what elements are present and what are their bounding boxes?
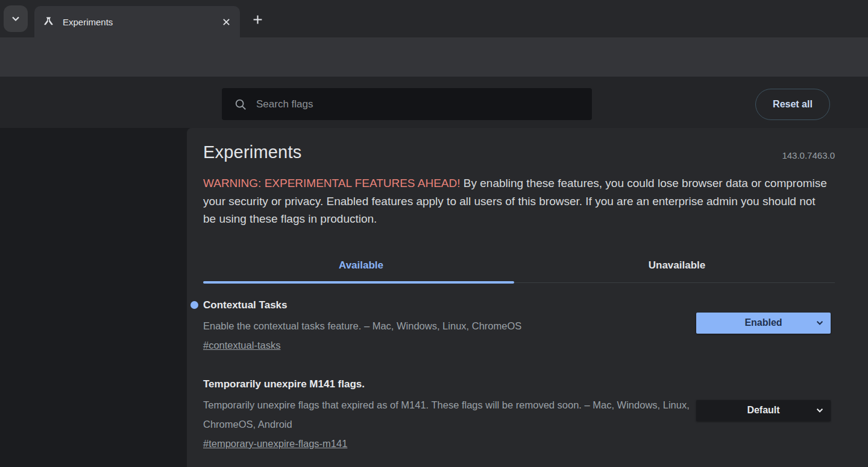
page-title: Experiments <box>203 142 301 162</box>
flag-value-select[interactable]: Default <box>696 400 831 421</box>
flag-value-label: Default <box>696 405 831 416</box>
flag-permalink[interactable]: #temporary-unexpire-flags-m141 <box>203 434 347 453</box>
tab-available[interactable]: Available <box>203 252 519 282</box>
flags-search-box[interactable] <box>222 88 592 120</box>
flask-icon <box>43 16 54 28</box>
version-label: 143.0.7463.0 <box>782 150 835 162</box>
flags-page-header: Reset all <box>0 77 868 128</box>
flag-modified-dot <box>190 301 198 309</box>
flag-row-temporary-unexpire-m141: Temporarily unexpire M141 flags. Tempora… <box>203 378 835 453</box>
flag-description: Enable the contextual tasks feature. – M… <box>203 316 691 335</box>
flags-tabs: Available Unavailable <box>203 252 835 283</box>
toolbar: Chrome chrome://flags <box>0 37 868 77</box>
close-tab-button[interactable] <box>218 14 234 30</box>
flag-row-contextual-tasks: Contextual Tasks Enable the contextual t… <box>203 299 835 355</box>
new-tab-button[interactable] <box>248 10 266 28</box>
browser-tab[interactable]: Experiments <box>34 6 240 37</box>
title-row: Experiments 143.0.7463.0 <box>203 142 835 162</box>
tab-search-button[interactable] <box>4 5 28 32</box>
flag-value-label: Enabled <box>696 317 831 328</box>
flag-name: Contextual Tasks <box>203 299 835 312</box>
search-icon <box>234 98 247 111</box>
reset-all-button[interactable]: Reset all <box>755 89 830 120</box>
chevron-down-icon <box>816 319 824 327</box>
tab-title: Experiments <box>63 17 218 27</box>
flag-value-select[interactable]: Enabled <box>696 313 831 334</box>
flag-description: Temporarily unexpire flags that expired … <box>203 395 691 434</box>
selected-tab-indicator <box>203 281 514 284</box>
flag-name: Temporarily unexpire M141 flags. <box>203 378 835 391</box>
close-icon <box>222 18 230 26</box>
flag-permalink[interactable]: #contextual-tasks <box>203 335 280 355</box>
tab-unavailable[interactable]: Unavailable <box>519 252 835 282</box>
chevron-down-icon <box>11 14 20 24</box>
tab-strip: Experiments <box>0 0 868 37</box>
flags-search-input[interactable] <box>256 98 583 110</box>
warning-text: WARNING: EXPERIMENTAL FEATURES AHEAD! By… <box>203 174 827 228</box>
warning-highlight: WARNING: EXPERIMENTAL FEATURES AHEAD! <box>203 177 461 189</box>
flags-content-panel: Experiments 143.0.7463.0 WARNING: EXPERI… <box>187 128 868 467</box>
chevron-down-icon <box>816 406 824 415</box>
plus-icon <box>253 14 263 25</box>
